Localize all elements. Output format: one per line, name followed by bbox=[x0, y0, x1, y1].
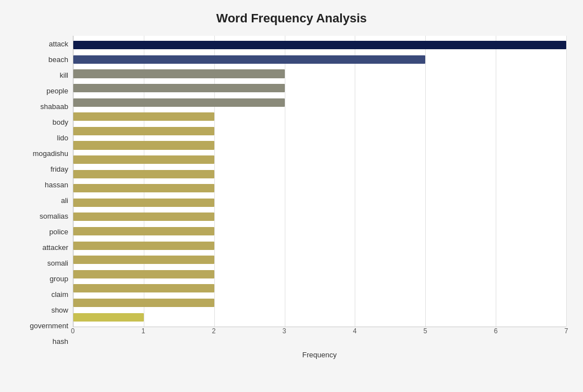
y-label-hash: hash bbox=[53, 338, 68, 345]
bar-row-attack bbox=[73, 38, 566, 53]
bar-row-beach bbox=[73, 53, 566, 67]
bar-row-hash bbox=[73, 310, 566, 324]
y-label-beach: beach bbox=[49, 56, 68, 63]
bar-row-body bbox=[73, 110, 566, 124]
y-label-hassan: hassan bbox=[45, 181, 68, 188]
y-label-government: government bbox=[30, 322, 68, 329]
y-label-police: police bbox=[49, 228, 68, 235]
y-label-kill: kill bbox=[60, 72, 68, 79]
y-label-claim: claim bbox=[51, 291, 68, 298]
y-label-attacker: attacker bbox=[43, 244, 68, 251]
bar-police bbox=[73, 212, 214, 221]
bar-row-shabaab bbox=[73, 95, 566, 110]
y-label-lido: lido bbox=[57, 134, 68, 141]
y-label-ali: ali bbox=[61, 197, 68, 204]
x-tick-2: 2 bbox=[212, 327, 216, 335]
bar-row-police bbox=[73, 210, 566, 224]
grid-and-bars bbox=[73, 36, 566, 327]
grid-line-7 bbox=[566, 36, 567, 327]
x-ticks-row: 01234567 bbox=[73, 327, 566, 338]
bar-row-mogadishu bbox=[73, 138, 566, 153]
x-axis-container: 01234567 Frequency bbox=[73, 327, 566, 350]
x-axis-label: Frequency bbox=[73, 351, 566, 359]
chart-container: Word Frequency Analysis attackbeachkillp… bbox=[0, 0, 583, 392]
bar-body bbox=[73, 112, 214, 121]
bar-mogadishu bbox=[73, 141, 214, 149]
bar-somalias bbox=[73, 199, 214, 207]
bar-hassan bbox=[73, 170, 214, 178]
bar-row-people bbox=[73, 81, 566, 96]
bar-row-ali bbox=[73, 181, 566, 196]
chart-title: Word Frequency Analysis bbox=[17, 11, 566, 26]
y-labels: attackbeachkillpeopleshabaabbodylidomoga… bbox=[17, 36, 73, 350]
bar-somali bbox=[73, 242, 214, 250]
y-label-somalias: somalias bbox=[40, 212, 68, 220]
bar-row-group bbox=[73, 253, 566, 267]
bar-attacker bbox=[73, 227, 214, 235]
y-label-somali: somali bbox=[47, 259, 68, 267]
plot-area: 01234567 Frequency bbox=[73, 36, 566, 350]
bars-container bbox=[73, 36, 566, 327]
y-label-show: show bbox=[51, 306, 68, 314]
bar-friday bbox=[73, 155, 214, 164]
x-tick-3: 3 bbox=[283, 327, 286, 335]
bar-show bbox=[73, 284, 214, 292]
x-tick-6: 6 bbox=[494, 327, 498, 335]
bar-beach bbox=[73, 55, 425, 64]
y-label-friday: friday bbox=[50, 166, 68, 173]
bar-people bbox=[73, 84, 285, 92]
x-tick-0: 0 bbox=[71, 327, 75, 335]
bar-row-show bbox=[73, 281, 566, 296]
bar-row-claim bbox=[73, 267, 566, 282]
bar-row-somalias bbox=[73, 196, 566, 210]
bar-kill bbox=[73, 69, 285, 78]
bar-attack bbox=[73, 41, 566, 49]
bar-shabaab bbox=[73, 98, 285, 107]
bar-row-kill bbox=[73, 67, 566, 81]
bar-hash bbox=[73, 313, 144, 322]
y-label-mogadishu: mogadishu bbox=[32, 150, 68, 157]
bar-row-somali bbox=[73, 238, 566, 253]
bar-row-attacker bbox=[73, 224, 566, 239]
x-tick-1: 1 bbox=[142, 327, 145, 335]
y-label-body: body bbox=[53, 119, 68, 126]
bar-row-lido bbox=[73, 124, 566, 139]
y-label-group: group bbox=[50, 275, 68, 282]
bar-ali bbox=[73, 184, 214, 192]
bar-row-hassan bbox=[73, 167, 566, 181]
bar-row-government bbox=[73, 296, 566, 310]
y-label-people: people bbox=[46, 87, 68, 95]
bar-government bbox=[73, 299, 214, 307]
x-tick-4: 4 bbox=[353, 327, 357, 335]
x-tick-5: 5 bbox=[424, 327, 427, 335]
bar-group bbox=[73, 256, 214, 264]
chart-area: attackbeachkillpeopleshabaabbodylidomoga… bbox=[17, 36, 566, 350]
bar-claim bbox=[73, 270, 214, 278]
x-tick-7: 7 bbox=[565, 327, 568, 335]
y-label-attack: attack bbox=[49, 40, 68, 48]
bar-lido bbox=[73, 127, 214, 135]
y-label-shabaab: shabaab bbox=[40, 103, 68, 110]
bar-row-friday bbox=[73, 153, 566, 167]
